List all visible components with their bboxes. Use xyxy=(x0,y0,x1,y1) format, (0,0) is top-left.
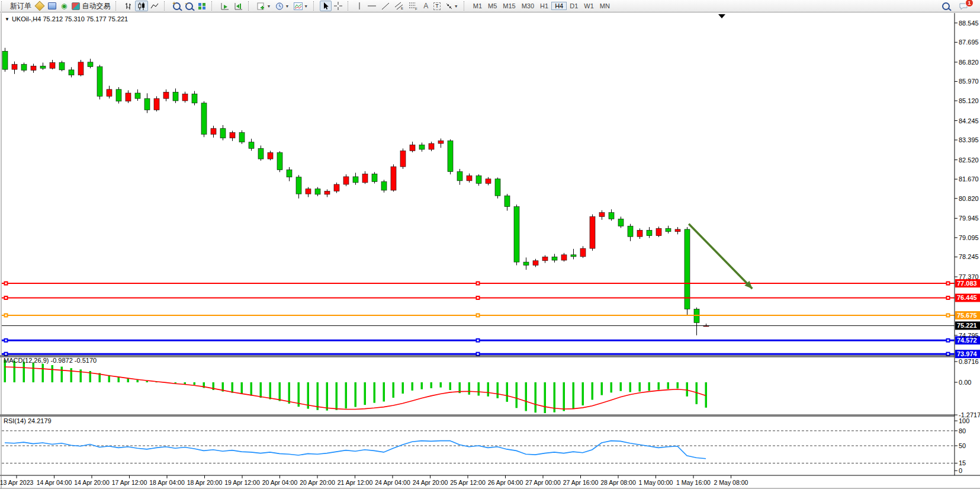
equidistant-channel-icon: E xyxy=(394,2,404,10)
metaeditor-button[interactable] xyxy=(34,1,46,11)
svg-text:0.8716: 0.8716 xyxy=(959,358,979,365)
candle xyxy=(514,207,519,263)
price-scale[interactable]: 88.54587.69586.82085.97085.12084.24583.3… xyxy=(955,20,980,474)
search-button[interactable] xyxy=(940,1,952,11)
candle xyxy=(154,98,159,110)
auto-scroll-button[interactable] xyxy=(218,1,232,11)
horizontal-line[interactable]: 75.675 xyxy=(2,311,980,319)
time-label: 26 Apr 04:00 xyxy=(488,479,523,486)
candle xyxy=(201,103,207,135)
indicators-menu-button[interactable]: ▼ xyxy=(291,1,310,11)
chat-button[interactable]: 1 xyxy=(957,1,971,11)
broadcast-icon: ◉ xyxy=(61,2,67,9)
indicators-dropdown-icon[interactable]: ▼ xyxy=(304,4,308,8)
tab-m1[interactable]: M1 xyxy=(470,2,485,9)
svg-text:74.795: 74.795 xyxy=(959,332,979,339)
chart-bars-button[interactable] xyxy=(122,1,135,11)
candle xyxy=(542,257,548,261)
tab-m30[interactable]: M30 xyxy=(519,2,537,9)
new-chart-icon xyxy=(257,2,265,10)
candle xyxy=(40,66,46,68)
signals-button[interactable]: ◉ xyxy=(59,1,69,11)
horizontal-line-tool-button[interactable] xyxy=(365,1,379,11)
candle xyxy=(675,229,680,232)
periods-menu-button[interactable]: ▼ xyxy=(273,1,291,11)
candle xyxy=(637,230,642,236)
tab-h4[interactable]: H4 xyxy=(551,2,567,10)
candle xyxy=(324,191,330,194)
candle xyxy=(476,175,481,183)
time-label: 20 Apr 20:00 xyxy=(300,479,335,486)
svg-text:88.545: 88.545 xyxy=(959,20,979,27)
svg-text:76.445: 76.445 xyxy=(957,294,977,301)
candle xyxy=(116,90,121,101)
candle xyxy=(523,262,529,265)
text-tool-button[interactable]: A xyxy=(420,1,431,11)
notification-badge: 1 xyxy=(965,0,973,7)
fibonacci-tool-button[interactable]: F xyxy=(406,1,420,11)
vertical-line-tool-button[interactable] xyxy=(354,1,365,11)
horizontal-line[interactable]: 76.445 xyxy=(2,293,980,302)
chart-shift-button[interactable] xyxy=(232,1,245,11)
candle xyxy=(287,170,292,177)
shapes-tool-button[interactable]: ▼ xyxy=(443,1,461,11)
candle xyxy=(78,62,83,75)
tab-mn[interactable]: MN xyxy=(597,2,613,9)
tab-d1[interactable]: D1 xyxy=(567,2,581,9)
trend-arrow[interactable] xyxy=(689,224,752,289)
time-label: 13 Apr 2023 xyxy=(0,479,33,486)
horizontal-line[interactable]: 75.221 xyxy=(2,321,980,330)
horizontal-line[interactable]: 77.083 xyxy=(2,279,980,287)
toolbar-group-handle xyxy=(1,1,5,11)
vertical-line-icon xyxy=(356,2,362,10)
candle xyxy=(362,174,368,183)
time-label: 19 Apr 12:00 xyxy=(224,479,260,486)
chart-shift-marker-icon[interactable] xyxy=(718,14,725,18)
candle xyxy=(173,92,178,101)
zoom-out-button[interactable]: − xyxy=(183,1,195,11)
auto-scroll-icon xyxy=(220,2,229,10)
candle xyxy=(50,63,55,69)
candle xyxy=(429,143,434,149)
cursor-tool-button[interactable] xyxy=(320,1,332,11)
candlestick-chart-icon xyxy=(137,2,146,10)
label-tool-button[interactable]: T xyxy=(431,1,443,11)
candle xyxy=(135,93,140,98)
hosting-button[interactable] xyxy=(46,1,59,11)
tab-m5[interactable]: M5 xyxy=(485,2,500,9)
candle xyxy=(618,219,624,226)
symbol-dropdown-icon[interactable]: ▼ xyxy=(5,17,9,22)
auto-trading-icon xyxy=(72,2,80,10)
time-label: 28 Apr 08:00 xyxy=(600,479,636,486)
new-chart-dropdown-icon[interactable]: ▼ xyxy=(266,4,271,8)
shapes-dropdown-icon[interactable]: ▼ xyxy=(454,4,458,8)
periods-dropdown-icon[interactable]: ▼ xyxy=(285,4,289,8)
tab-w1[interactable]: W1 xyxy=(581,2,597,9)
time-scale[interactable]: 13 Apr 202314 Apr 04:0014 Apr 20:0017 Ap… xyxy=(0,475,748,486)
terminal-icon xyxy=(48,2,56,9)
tab-h1[interactable]: H1 xyxy=(537,2,551,9)
new-chart-button[interactable]: ▼ xyxy=(255,1,273,11)
auto-trading-button[interactable]: 自动交易 xyxy=(69,1,113,11)
rsi-layer xyxy=(2,431,955,464)
tab-m15[interactable]: M15 xyxy=(500,2,518,9)
time-label: 14 Apr 20:00 xyxy=(74,479,110,486)
horizontal-line[interactable]: 74.572 xyxy=(2,336,980,344)
trendline-tool-button[interactable] xyxy=(379,1,392,11)
candle xyxy=(685,229,690,309)
horizontal-lines[interactable]: 77.08376.44575.67575.22174.57273.974 xyxy=(2,279,980,358)
chart-candles-button[interactable] xyxy=(135,1,148,11)
new-order-button[interactable]: 新订单 xyxy=(8,1,34,11)
channel-tool-button[interactable]: E xyxy=(392,1,406,11)
chart-shift-icon xyxy=(234,2,243,10)
chart-line-button[interactable] xyxy=(148,1,161,11)
main-toolbar: 新订单 ◉ 自动交易 + − xyxy=(0,0,980,12)
candle xyxy=(59,63,65,70)
svg-text:86.820: 86.820 xyxy=(959,59,979,66)
tile-windows-button[interactable] xyxy=(195,1,208,11)
cursor-icon xyxy=(322,2,329,10)
zoom-in-button[interactable]: + xyxy=(171,1,183,11)
svg-text:0: 0 xyxy=(959,467,962,474)
crosshair-tool-button[interactable] xyxy=(332,1,345,11)
candle xyxy=(571,255,576,257)
